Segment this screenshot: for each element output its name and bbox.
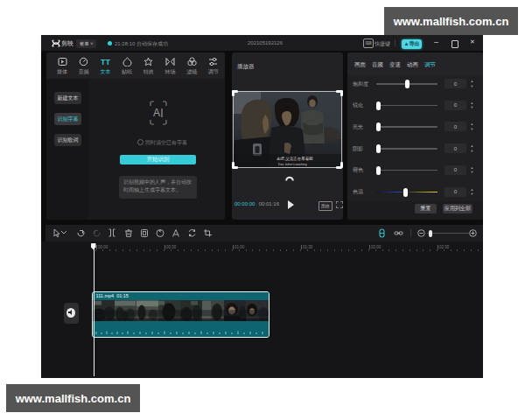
svg-text:A: A: [153, 107, 160, 119]
svg-text:TT: TT: [101, 58, 110, 66]
